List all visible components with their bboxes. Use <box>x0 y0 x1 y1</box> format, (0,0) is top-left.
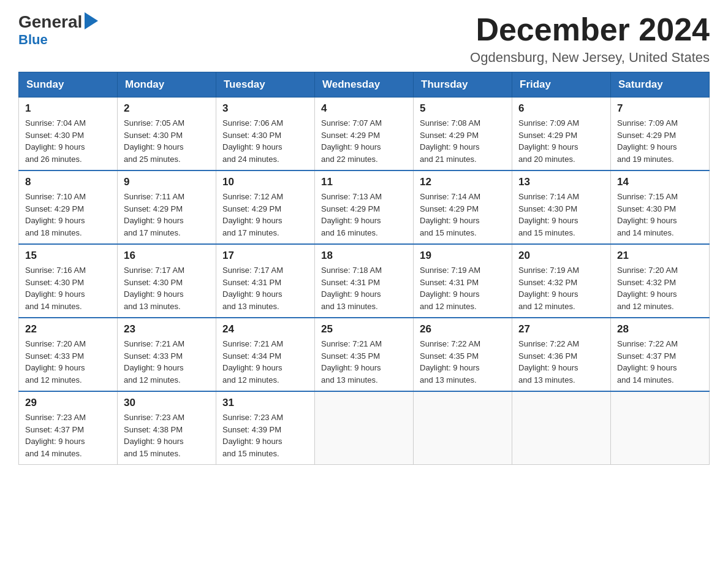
calendar-day-cell: 1Sunrise: 7:04 AMSunset: 4:30 PMDaylight… <box>19 98 118 171</box>
calendar-day-cell: 22Sunrise: 7:20 AMSunset: 4:33 PMDayligh… <box>19 318 118 391</box>
day-of-week-header: Tuesday <box>216 72 315 98</box>
calendar-day-cell: 24Sunrise: 7:21 AMSunset: 4:34 PMDayligh… <box>216 318 315 391</box>
calendar-table: SundayMondayTuesdayWednesdayThursdayFrid… <box>18 72 710 465</box>
calendar-day-cell: 4Sunrise: 7:07 AMSunset: 4:29 PMDaylight… <box>315 98 414 171</box>
day-info: Sunrise: 7:22 AMSunset: 4:35 PMDaylight:… <box>420 338 506 386</box>
calendar-week-row: 29Sunrise: 7:23 AMSunset: 4:37 PMDayligh… <box>19 391 710 465</box>
calendar-day-cell: 2Sunrise: 7:05 AMSunset: 4:30 PMDaylight… <box>118 98 216 171</box>
day-info: Sunrise: 7:14 AMSunset: 4:29 PMDaylight:… <box>420 191 506 239</box>
day-info: Sunrise: 7:20 AMSunset: 4:32 PMDaylight:… <box>617 264 703 312</box>
day-info: Sunrise: 7:16 AMSunset: 4:30 PMDaylight:… <box>25 264 111 312</box>
day-info: Sunrise: 7:18 AMSunset: 4:31 PMDaylight:… <box>321 264 407 312</box>
day-number: 2 <box>124 102 210 115</box>
calendar-day-cell: 9Sunrise: 7:11 AMSunset: 4:29 PMDaylight… <box>118 170 216 244</box>
day-info: Sunrise: 7:22 AMSunset: 4:37 PMDaylight:… <box>617 338 703 386</box>
day-info: Sunrise: 7:21 AMSunset: 4:34 PMDaylight:… <box>222 338 308 386</box>
day-info: Sunrise: 7:09 AMSunset: 4:29 PMDaylight:… <box>617 117 703 165</box>
day-number: 7 <box>617 102 703 115</box>
day-number: 23 <box>124 323 210 335</box>
day-info: Sunrise: 7:22 AMSunset: 4:36 PMDaylight:… <box>518 338 604 386</box>
day-of-week-header: Monday <box>118 72 216 98</box>
day-of-week-header: Friday <box>512 72 611 98</box>
day-number: 9 <box>124 176 210 188</box>
calendar-day-cell: 28Sunrise: 7:22 AMSunset: 4:37 PMDayligh… <box>611 318 710 391</box>
calendar-day-cell: 18Sunrise: 7:18 AMSunset: 4:31 PMDayligh… <box>315 244 414 318</box>
calendar-week-row: 8Sunrise: 7:10 AMSunset: 4:29 PMDaylight… <box>19 170 710 244</box>
day-of-week-header: Saturday <box>611 72 710 98</box>
calendar-day-cell: 30Sunrise: 7:23 AMSunset: 4:38 PMDayligh… <box>118 391 216 465</box>
calendar-day-cell: 21Sunrise: 7:20 AMSunset: 4:32 PMDayligh… <box>611 244 710 318</box>
calendar-week-row: 1Sunrise: 7:04 AMSunset: 4:30 PMDaylight… <box>19 98 710 171</box>
calendar-day-cell <box>315 391 414 465</box>
calendar-day-cell <box>512 391 611 465</box>
calendar-day-cell: 7Sunrise: 7:09 AMSunset: 4:29 PMDaylight… <box>611 98 710 171</box>
calendar-day-cell: 13Sunrise: 7:14 AMSunset: 4:30 PMDayligh… <box>512 170 611 244</box>
svg-marker-0 <box>85 12 98 29</box>
day-info: Sunrise: 7:21 AMSunset: 4:33 PMDaylight:… <box>124 338 210 386</box>
day-number: 18 <box>321 250 407 262</box>
title-area: December 2024 Ogdensburg, New Jersey, Un… <box>470 12 710 66</box>
calendar-day-cell: 23Sunrise: 7:21 AMSunset: 4:33 PMDayligh… <box>118 318 216 391</box>
day-info: Sunrise: 7:05 AMSunset: 4:30 PMDaylight:… <box>124 117 210 165</box>
day-number: 3 <box>222 102 308 115</box>
month-title: December 2024 <box>470 12 710 47</box>
calendar-day-cell: 8Sunrise: 7:10 AMSunset: 4:29 PMDaylight… <box>19 170 118 244</box>
calendar-week-row: 22Sunrise: 7:20 AMSunset: 4:33 PMDayligh… <box>19 318 710 391</box>
calendar-header-row: SundayMondayTuesdayWednesdayThursdayFrid… <box>19 72 710 98</box>
logo-arrow-icon <box>85 12 98 29</box>
calendar-day-cell: 11Sunrise: 7:13 AMSunset: 4:29 PMDayligh… <box>315 170 414 244</box>
day-number: 22 <box>25 323 111 335</box>
day-number: 25 <box>321 323 407 335</box>
calendar-day-cell: 26Sunrise: 7:22 AMSunset: 4:35 PMDayligh… <box>414 318 512 391</box>
day-number: 5 <box>420 102 506 115</box>
day-info: Sunrise: 7:17 AMSunset: 4:30 PMDaylight:… <box>124 264 210 312</box>
day-info: Sunrise: 7:19 AMSunset: 4:31 PMDaylight:… <box>420 264 506 312</box>
location-title: Ogdensburg, New Jersey, United States <box>470 50 710 66</box>
calendar-day-cell <box>414 391 512 465</box>
day-info: Sunrise: 7:19 AMSunset: 4:32 PMDaylight:… <box>518 264 604 312</box>
day-info: Sunrise: 7:21 AMSunset: 4:35 PMDaylight:… <box>321 338 407 386</box>
day-number: 12 <box>420 176 506 188</box>
calendar-day-cell: 6Sunrise: 7:09 AMSunset: 4:29 PMDaylight… <box>512 98 611 171</box>
day-number: 6 <box>518 102 604 115</box>
day-number: 31 <box>222 397 308 409</box>
day-info: Sunrise: 7:08 AMSunset: 4:29 PMDaylight:… <box>420 117 506 165</box>
calendar-day-cell: 17Sunrise: 7:17 AMSunset: 4:31 PMDayligh… <box>216 244 315 318</box>
day-number: 15 <box>25 250 111 262</box>
day-info: Sunrise: 7:13 AMSunset: 4:29 PMDaylight:… <box>321 191 407 239</box>
day-info: Sunrise: 7:14 AMSunset: 4:30 PMDaylight:… <box>518 191 604 239</box>
day-number: 4 <box>321 102 407 115</box>
day-number: 19 <box>420 250 506 262</box>
calendar-day-cell: 5Sunrise: 7:08 AMSunset: 4:29 PMDaylight… <box>414 98 512 171</box>
day-info: Sunrise: 7:10 AMSunset: 4:29 PMDaylight:… <box>25 191 111 239</box>
day-number: 29 <box>25 397 111 409</box>
calendar-day-cell <box>611 391 710 465</box>
day-of-week-header: Sunday <box>19 72 118 98</box>
calendar-day-cell: 19Sunrise: 7:19 AMSunset: 4:31 PMDayligh… <box>414 244 512 318</box>
day-number: 10 <box>222 176 308 188</box>
day-info: Sunrise: 7:04 AMSunset: 4:30 PMDaylight:… <box>25 117 111 165</box>
calendar-day-cell: 12Sunrise: 7:14 AMSunset: 4:29 PMDayligh… <box>414 170 512 244</box>
day-number: 21 <box>617 250 703 262</box>
day-number: 14 <box>617 176 703 188</box>
calendar-day-cell: 14Sunrise: 7:15 AMSunset: 4:30 PMDayligh… <box>611 170 710 244</box>
calendar-day-cell: 15Sunrise: 7:16 AMSunset: 4:30 PMDayligh… <box>19 244 118 318</box>
day-number: 20 <box>518 250 604 262</box>
calendar-day-cell: 31Sunrise: 7:23 AMSunset: 4:39 PMDayligh… <box>216 391 315 465</box>
day-of-week-header: Wednesday <box>315 72 414 98</box>
day-info: Sunrise: 7:17 AMSunset: 4:31 PMDaylight:… <box>222 264 308 312</box>
page-header: General Blue December 2024 Ogdensburg, N… <box>18 12 710 66</box>
calendar-day-cell: 16Sunrise: 7:17 AMSunset: 4:30 PMDayligh… <box>118 244 216 318</box>
calendar-day-cell: 3Sunrise: 7:06 AMSunset: 4:30 PMDaylight… <box>216 98 315 171</box>
day-number: 1 <box>25 102 111 115</box>
day-number: 16 <box>124 250 210 262</box>
calendar-week-row: 15Sunrise: 7:16 AMSunset: 4:30 PMDayligh… <box>19 244 710 318</box>
calendar-day-cell: 10Sunrise: 7:12 AMSunset: 4:29 PMDayligh… <box>216 170 315 244</box>
day-info: Sunrise: 7:07 AMSunset: 4:29 PMDaylight:… <box>321 117 407 165</box>
day-info: Sunrise: 7:06 AMSunset: 4:30 PMDaylight:… <box>222 117 308 165</box>
day-info: Sunrise: 7:23 AMSunset: 4:38 PMDaylight:… <box>124 412 210 459</box>
logo: General Blue <box>18 12 98 47</box>
calendar-day-cell: 27Sunrise: 7:22 AMSunset: 4:36 PMDayligh… <box>512 318 611 391</box>
day-number: 30 <box>124 397 210 409</box>
day-number: 13 <box>518 176 604 188</box>
